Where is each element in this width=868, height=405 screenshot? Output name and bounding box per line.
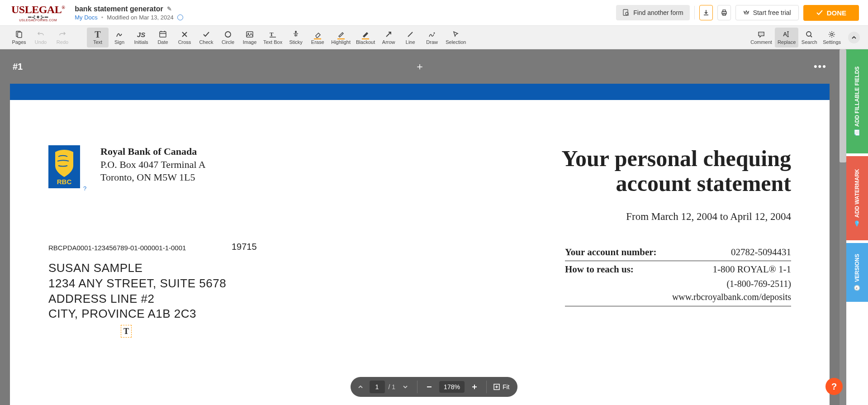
modified-label: Modified on Mar 13, 2024 xyxy=(107,14,173,21)
replace-tool[interactable]: AReplace xyxy=(775,28,798,48)
line-tool[interactable]: Line xyxy=(399,28,421,48)
sticky-tool[interactable]: Sticky xyxy=(285,28,307,48)
scrollbar-thumb[interactable] xyxy=(840,49,846,162)
document-code: 19715 xyxy=(232,242,257,252)
add-fillable-fields-tab[interactable]: 📄ADD FILLABLE FIELDS xyxy=(846,49,868,153)
circle-tool[interactable]: Circle xyxy=(217,28,239,48)
undo-tool: Undo xyxy=(30,28,52,48)
logo[interactable]: USLEGAL® ━⊰✦⊱━ USLEGALFORMS.COM xyxy=(11,4,65,22)
svg-point-28 xyxy=(806,32,811,36)
page-number-label: #1 xyxy=(13,62,23,72)
prev-page-button[interactable] xyxy=(353,380,368,394)
svg-rect-8 xyxy=(160,32,166,37)
bottom-controls: 1 / 1 178% Fit xyxy=(351,377,518,397)
svg-text:A: A xyxy=(783,31,787,38)
svg-line-29 xyxy=(811,36,812,37)
rbc-logo: RBC xyxy=(48,145,80,188)
statement-title: Your personal chequing account statement xyxy=(561,146,791,196)
text-insertion-cursor[interactable]: T xyxy=(121,325,132,338)
vertical-scrollbar[interactable] xyxy=(840,49,846,405)
document-reference: RBCPDA0001-123456789-01-000001-1-0001 xyxy=(48,244,186,252)
document-title: bank statement generator xyxy=(75,5,163,13)
document-header-band xyxy=(10,84,830,100)
zoom-out-button[interactable] xyxy=(422,380,436,394)
svg-point-20 xyxy=(434,33,435,34)
bank-address-2: Toronto, ON M5W 1L5 xyxy=(100,171,206,184)
svg-rect-5 xyxy=(723,14,726,15)
canvas-area: #1 ＋ ••• RBC ? Royal Bank of Canada P.O.… xyxy=(0,49,846,405)
image-tool[interactable]: Image xyxy=(239,28,261,48)
fit-button[interactable]: Fit xyxy=(491,383,515,391)
svg-text:RBC: RBC xyxy=(57,178,72,186)
arrow-tool[interactable]: Arrow xyxy=(378,28,399,48)
account-info: Your account number: 02782-5094431 How t… xyxy=(565,244,791,306)
search-tool[interactable]: Search xyxy=(798,28,820,48)
svg-rect-4 xyxy=(723,10,726,12)
blackout-tool[interactable]: Blackout xyxy=(353,28,378,48)
zoom-in-button[interactable] xyxy=(467,380,482,394)
document-page[interactable]: RBC ? Royal Bank of Canada P.O. Box 4047… xyxy=(10,84,830,405)
find-another-form-button[interactable]: Find another form xyxy=(616,5,690,20)
cross-tool[interactable]: Cross xyxy=(174,28,195,48)
sign-tool[interactable]: Sign xyxy=(109,28,130,48)
page-more-button[interactable]: ••• xyxy=(814,61,827,72)
text-box-tool[interactable]: TText Box xyxy=(261,28,285,48)
text-tool[interactable]: TText xyxy=(87,28,109,48)
side-tabs: 📄ADD FILLABLE FIELDS 💧ADD WATERMARK 🕑VER… xyxy=(846,49,868,302)
draw-tool[interactable]: Draw xyxy=(421,28,443,48)
edit-title-icon[interactable]: ✎ xyxy=(167,5,172,12)
add-watermark-tab[interactable]: 💧ADD WATERMARK xyxy=(846,156,868,240)
settings-tool[interactable]: Settings xyxy=(820,28,844,48)
toolbar: Pages Undo Redo TText Sign JSInitials Da… xyxy=(0,26,868,49)
download-button[interactable] xyxy=(699,5,713,20)
add-page-button[interactable]: ＋ xyxy=(415,60,425,73)
svg-point-14 xyxy=(248,33,249,34)
bank-address-1: P.O. Box 4047 Terminal A xyxy=(100,158,206,172)
statement-period: From March 12, 2004 to April 12, 2004 xyxy=(626,211,791,223)
versions-tab[interactable]: 🕑VERSIONS xyxy=(846,243,868,302)
comment-tool[interactable]: Comment xyxy=(748,28,775,48)
svg-point-22 xyxy=(761,33,762,34)
current-page-input[interactable]: 1 xyxy=(370,381,385,393)
zoom-level[interactable]: 178% xyxy=(439,381,465,393)
selection-tool[interactable]: Selection xyxy=(443,28,469,48)
page-header-bar: #1 ＋ ••• xyxy=(0,49,840,84)
bank-name: Royal Bank of Canada xyxy=(100,145,206,158)
total-pages: / 1 xyxy=(387,383,398,391)
customer-address-block: SUSAN SAMPLE 1234 ANY STREET, SUITE 5678… xyxy=(48,261,226,322)
svg-point-21 xyxy=(759,33,760,34)
print-button[interactable] xyxy=(717,5,731,20)
initials-tool[interactable]: JSInitials xyxy=(130,28,152,48)
highlight-tool[interactable]: Highlight xyxy=(328,28,353,48)
done-button[interactable]: DONE xyxy=(803,5,859,21)
check-tool[interactable]: Check xyxy=(195,28,217,48)
svg-point-30 xyxy=(831,33,833,36)
app-header: USLEGAL® ━⊰✦⊱━ USLEGALFORMS.COM bank sta… xyxy=(0,0,868,26)
my-docs-link[interactable]: My Docs xyxy=(75,14,98,21)
next-page-button[interactable] xyxy=(398,380,413,394)
pages-tool[interactable]: Pages xyxy=(8,28,30,48)
collapse-toolbar-button[interactable] xyxy=(848,32,860,43)
svg-text:T: T xyxy=(270,31,274,38)
redo-tool: Redo xyxy=(52,28,73,48)
svg-point-12 xyxy=(225,32,231,37)
logo-help-icon[interactable]: ? xyxy=(83,185,86,192)
svg-point-18 xyxy=(295,31,297,33)
help-button[interactable]: ? xyxy=(825,378,843,395)
clock-icon xyxy=(177,14,183,20)
svg-point-23 xyxy=(762,33,763,34)
date-tool[interactable]: Date xyxy=(152,28,174,48)
erase-tool[interactable]: Erase xyxy=(307,28,328,48)
start-free-trial-button[interactable]: Start free trial xyxy=(735,5,799,20)
svg-rect-7 xyxy=(18,32,22,38)
svg-line-19 xyxy=(408,32,413,37)
